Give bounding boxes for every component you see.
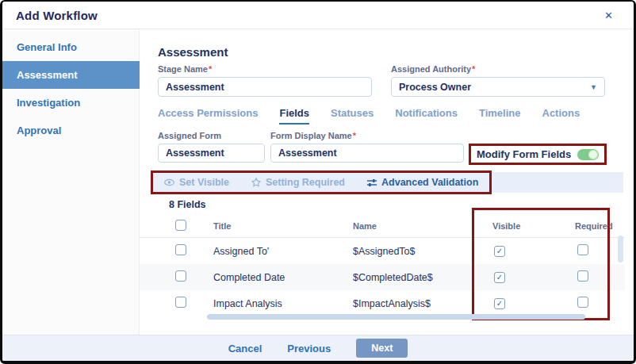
cancel-button[interactable]: Cancel [228,343,262,354]
sliders-icon [367,178,377,187]
tab-actions[interactable]: Actions [542,107,580,125]
col-visible: Visible [484,221,566,231]
row-select-checkbox[interactable] [175,297,186,308]
sidebar-item-approval[interactable]: Approval [2,117,139,144]
close-icon[interactable]: ✕ [604,10,613,21]
sidebar-item-assessment[interactable]: Assessment [2,61,140,89]
tab-notifications[interactable]: Notifications [395,107,458,125]
section-tabs: Access PermissionsFieldsStatusesNotifica… [158,107,634,125]
tab-statuses[interactable]: Statuses [331,107,374,125]
chevron-down-icon: ▼ [590,83,597,91]
row-select-checkbox[interactable] [175,244,186,255]
modify-form-fields-annotation: Modify Form Fields [469,144,607,165]
required-checkbox[interactable] [577,297,588,308]
dialog-title: Add Workflow [16,9,98,22]
visible-checkbox[interactable]: ✓ [494,246,505,257]
assigned-authority-select[interactable]: Process Owner ▼ [391,77,605,97]
col-required: Required [566,221,634,231]
previous-button[interactable]: Previous [287,343,331,354]
table-header-row: Title Name Visible Required [140,214,625,238]
toggle-knob [588,150,598,159]
table-row: Completed Date$CompletedDate$✓ [140,264,625,290]
form-display-name-input[interactable] [270,144,464,163]
stage-name-label: Stage Name* [158,64,372,74]
required-checkbox[interactable] [577,244,588,255]
set-visible-button[interactable]: Set Visible [164,177,229,188]
assigned-authority-value: Process Owner [399,82,471,93]
horizontal-scrollbar[interactable] [207,314,585,320]
next-button[interactable]: Next [356,339,408,358]
table-row: Assigned To'$AssignedTo$✓ [140,238,625,264]
select-all-checkbox[interactable] [175,220,186,231]
visible-checkbox[interactable]: ✓ [494,272,505,283]
assigned-form-input[interactable] [158,144,265,163]
setting-required-button[interactable]: Setting Required [251,177,345,188]
form-display-name-label: Form Display Name* [270,131,464,140]
dialog-titlebar: Add Workflow ✕ [2,2,634,29]
fields-toolbar: Set VisibleSetting RequiredAdvanced Vali… [151,172,623,193]
star-icon [251,178,261,187]
tab-timeline[interactable]: Timeline [479,107,521,125]
required-checkbox[interactable] [577,270,588,282]
toolbar-button-label: Setting Required [266,177,345,188]
visible-checkbox[interactable]: ✓ [494,298,505,309]
field-title: Impact Analysis [205,298,345,309]
stage-heading: Assessment [158,45,634,59]
assigned-form-label: Assigned Form [158,131,265,140]
vertical-scrollbar[interactable] [618,236,623,262]
fields-count: 8 Fields [169,199,634,210]
field-title: Completed Date [205,272,345,283]
assigned-authority-label: Assigned Authority* [391,64,605,74]
stage-sidebar: General InfoAssessmentInvestigationAppro… [2,29,140,335]
modify-form-fields-toggle[interactable] [577,149,599,160]
field-name: $ImpactAnalysis$ [345,298,484,309]
toolbar-button-label: Advanced Validation [381,177,478,188]
field-title: Assigned To' [205,246,345,257]
add-workflow-dialog: Add Workflow ✕ General InfoAssessmentInv… [0,0,636,364]
toolbar-annotation: Set VisibleSetting RequiredAdvanced Vali… [151,171,492,194]
fields-table: Title Name Visible Required Assigned To'… [140,214,625,316]
field-name: $AssignedTo$ [345,246,484,257]
main-panel: Assessment Stage Name* Assigned Authorit… [140,29,634,335]
row-select-checkbox[interactable] [175,270,186,282]
modify-form-fields-label: Modify Form Fields [477,148,571,160]
toolbar-button-label: Set Visible [179,177,229,188]
advanced-validation-button[interactable]: Advanced Validation [367,177,478,188]
tab-fields[interactable]: Fields [279,107,309,125]
sidebar-item-general-info[interactable]: General Info [2,33,139,61]
col-title: Title [205,221,345,231]
table-row: Impact Analysis$ImpactAnalysis$✓ [140,290,625,316]
stage-name-input[interactable] [158,77,372,97]
tab-access-permissions[interactable]: Access Permissions [158,107,258,125]
sidebar-item-investigation[interactable]: Investigation [2,89,139,117]
col-name: Name [345,221,484,231]
field-name: $CompletedDate$ [345,272,484,283]
eye-icon [164,178,174,186]
dialog-footer: Cancel Previous Next [2,335,634,361]
